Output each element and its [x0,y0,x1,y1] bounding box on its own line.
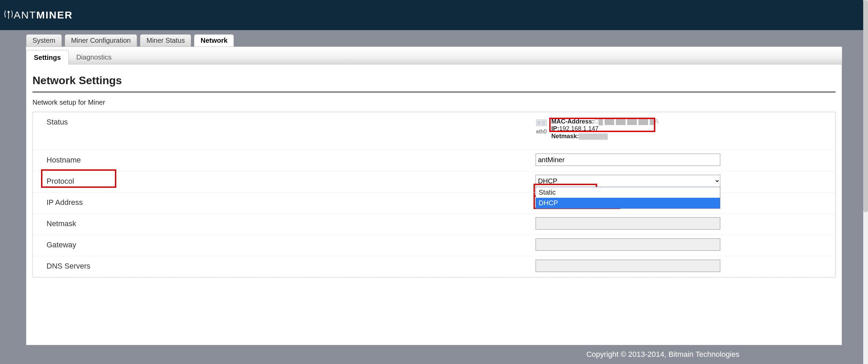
label-dns-servers: DNS Servers [33,256,536,276]
app-header: ANTMINER [0,0,868,30]
row-hostname: Hostname [33,150,835,171]
scrollbar-thumb[interactable] [863,0,868,212]
footer-text: Copyright © 2013-2014, Bitmain Technolog… [26,350,842,359]
hostname-input[interactable] [536,154,720,166]
page-title: Network Settings [32,74,836,92]
label-status: Status [33,112,536,132]
network-fieldset: Status eth0 [32,112,836,277]
row-gateway: Gateway [33,235,835,256]
tab-system[interactable]: System [26,34,62,47]
tab-network[interactable]: Network [194,34,234,47]
nic-icon [536,118,547,128]
status-lines: MAC-Address:C█ ▇▇ ▇▇ ▇▇ ▇▇ ▇A IP:192.168… [551,118,659,140]
protocol-select[interactable]: DHCP [536,175,720,187]
vertical-scrollbar[interactable] [863,0,868,364]
secondary-tabs: Settings Diagnostics [26,47,842,65]
gateway-input[interactable] [536,238,720,251]
label-gateway: Gateway [33,235,536,255]
footer: Copyright © 2013-2014, Bitmain Technolog… [26,345,842,364]
tab-miner-configuration[interactable]: Miner Configuration [65,34,137,47]
row-protocol: Protocol DHCP Static DHCP [33,171,835,192]
svg-rect-5 [542,123,545,125]
svg-rect-4 [542,121,545,122]
svg-point-1 [8,11,9,13]
content-panel: Network Settings Network setup for Miner… [26,65,842,345]
netmask-label: Netmask: [551,133,579,140]
row-netmask: Netmask [33,213,835,235]
protocol-dropdown: Static DHCP [536,187,720,209]
label-netmask: Netmask [33,214,536,234]
label-ip-address: IP Address [33,193,536,212]
brand-miner: MINER [36,9,73,21]
svg-rect-3 [538,121,540,125]
ip-value: 192.168.1.147 [559,125,599,132]
tab-miner-status[interactable]: Miner Status [140,34,191,47]
row-dns-servers: DNS Servers [33,256,835,277]
protocol-option-dhcp[interactable]: DHCP [536,198,720,208]
section-legend: Network setup for Miner [26,92,842,110]
label-hostname: Hostname [33,150,536,170]
label-protocol: Protocol [47,177,74,185]
dns-servers-input[interactable] [536,260,720,272]
row-status: Status eth0 [33,112,835,150]
brand-logo: ANTMINER [3,9,73,21]
interface-name: eth0 [536,129,547,135]
subtab-settings[interactable]: Settings [26,50,69,65]
mac-value: C█ ▇▇ ▇▇ ▇▇ ▇▇ ▇A [594,118,659,125]
primary-tabs: System Miner Configuration Miner Status … [26,34,868,47]
netmask-input[interactable] [536,217,720,230]
ip-label: IP: [551,125,559,132]
brand-ant: ANT [14,9,36,21]
antenna-icon [3,9,14,19]
subtab-diagnostics[interactable]: Diagnostics [69,50,119,65]
mac-label: MAC-Address: [551,118,594,125]
netmask-value: ▇▇▇▇▇▇ [579,133,608,140]
protocol-option-static[interactable]: Static [536,187,720,198]
